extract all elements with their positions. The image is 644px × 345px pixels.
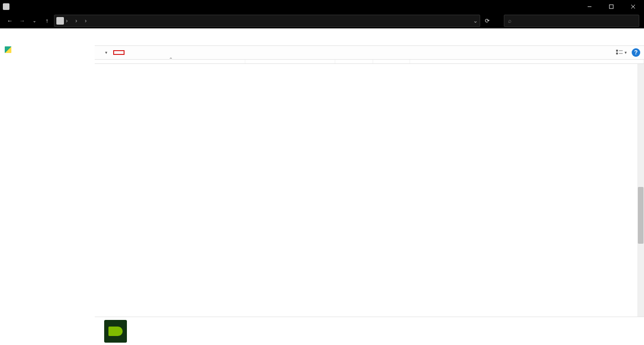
search-input[interactable]	[514, 18, 635, 24]
details-pane	[95, 317, 644, 345]
app-icon	[3, 3, 9, 10]
svg-rect-5	[616, 53, 618, 54]
sidebar	[0, 28, 95, 345]
chevron-down-icon[interactable]: ⌄	[473, 18, 478, 24]
col-size-header[interactable]	[373, 60, 410, 63]
scrollbar[interactable]	[637, 64, 644, 317]
chevron-down-icon: ▾	[625, 50, 627, 55]
table-header	[95, 60, 644, 64]
close-button[interactable]	[622, 0, 644, 13]
chevron-right-icon: ›	[75, 18, 77, 24]
view-icon	[616, 50, 623, 55]
back-button[interactable]: ←	[5, 16, 15, 26]
refresh-button[interactable]: ⟳	[481, 18, 493, 24]
recent-button[interactable]: ⌄	[29, 16, 40, 26]
col-version-header[interactable]	[410, 60, 644, 63]
col-installed-header[interactable]	[335, 60, 373, 63]
chevron-right-icon: ›	[66, 18, 68, 24]
publisher-logo	[104, 320, 127, 343]
shield-icon	[5, 46, 11, 53]
title-bar	[0, 0, 644, 13]
chevron-right-icon: ›	[85, 18, 87, 24]
program-list[interactable]	[95, 64, 644, 275]
col-name-header[interactable]	[95, 60, 245, 63]
help-button[interactable]: ?	[632, 48, 640, 57]
search-icon: ⌕	[508, 18, 511, 24]
up-button[interactable]: ↑	[42, 16, 52, 26]
scrollbar-thumb[interactable]	[638, 187, 644, 244]
svg-rect-1	[609, 5, 613, 9]
windows-features-link[interactable]	[13, 45, 90, 53]
col-publisher-header[interactable]	[245, 60, 335, 63]
organize-button[interactable]	[98, 49, 112, 56]
nav-bar: ← → ⌄ ↑ › › › ⌄ ⟳ ⌕	[0, 13, 644, 28]
svg-rect-4	[616, 50, 618, 52]
breadcrumb[interactable]: › › › ⌄	[54, 15, 480, 27]
uninstall-change-button[interactable]	[113, 50, 125, 55]
search-box[interactable]: ⌕	[504, 15, 639, 27]
minimize-button[interactable]	[579, 0, 600, 13]
maximize-button[interactable]	[600, 0, 622, 13]
forward-button[interactable]: →	[17, 16, 27, 26]
toolbar: ▾ ?	[95, 45, 644, 60]
view-options-button[interactable]: ▾	[616, 50, 627, 55]
breadcrumb-icon	[56, 17, 64, 25]
